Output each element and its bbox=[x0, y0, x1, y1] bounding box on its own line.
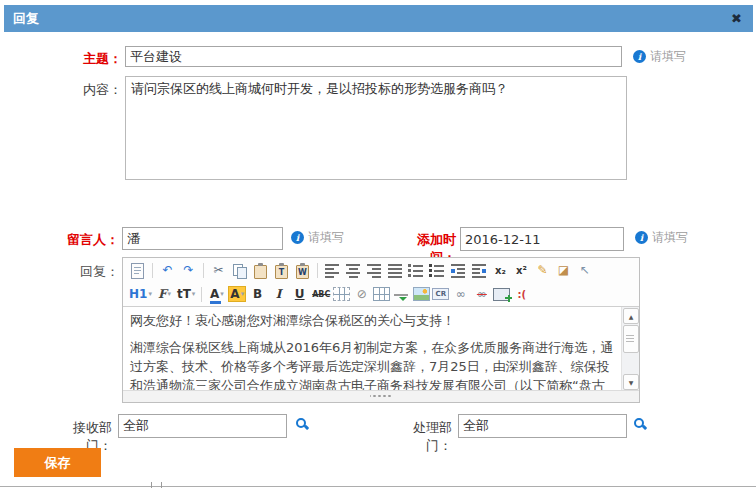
divider-tick bbox=[161, 482, 162, 488]
copy-icon[interactable] bbox=[230, 261, 249, 280]
info-icon: i bbox=[633, 50, 646, 63]
insert-image-icon[interactable] bbox=[413, 287, 430, 301]
unlink-icon[interactable]: ∞ bbox=[472, 285, 491, 304]
italic-icon[interactable]: I bbox=[269, 285, 288, 304]
align-right-icon[interactable] bbox=[365, 261, 384, 280]
editor-resize-handle[interactable] bbox=[370, 393, 392, 399]
search-icon[interactable] bbox=[295, 417, 309, 431]
redo-icon[interactable]: ↷ bbox=[179, 261, 198, 280]
remove-format-icon[interactable]: ◪ bbox=[554, 261, 573, 280]
scroll-down-icon[interactable]: ▼ bbox=[623, 374, 639, 390]
info-icon: i bbox=[291, 231, 304, 244]
toolbar-separator bbox=[152, 263, 153, 278]
paste-from-word-icon[interactable]: W bbox=[293, 261, 312, 280]
content-label: 内容： bbox=[58, 81, 122, 99]
editor-status-bar bbox=[123, 390, 639, 402]
font-color-icon[interactable]: A▾ bbox=[207, 285, 226, 304]
commenter-label: 留言人： bbox=[55, 231, 119, 249]
content-textarea[interactable]: 请问宗保区的线上商城何时开发，是以招投标的形势选服务商吗？ bbox=[125, 76, 627, 180]
insert-media-icon[interactable] bbox=[493, 288, 510, 301]
undo-icon[interactable]: ↶ bbox=[158, 261, 177, 280]
editor-scrollbar[interactable]: ▲ ▼ bbox=[621, 307, 639, 391]
indent-icon[interactable] bbox=[449, 261, 468, 280]
hint-text: 请填写 bbox=[652, 229, 688, 246]
subject-input[interactable] bbox=[125, 46, 622, 67]
dialog-titlebar: 回复 ✖ bbox=[4, 5, 753, 32]
subject-required-hint: i 请填写 bbox=[633, 48, 686, 65]
horizontal-rule-icon[interactable] bbox=[392, 285, 411, 304]
commenter-required-hint: i 请填写 bbox=[291, 229, 344, 246]
page-break-icon[interactable]: :( bbox=[512, 285, 531, 304]
search-icon[interactable] bbox=[633, 417, 647, 431]
toolbar-separator bbox=[201, 287, 202, 302]
editor-toolbar-row-2: H1▾F▾tT▾A▾A▾BIUABC⊘CR∞∞:( bbox=[123, 282, 639, 306]
align-justify-icon[interactable] bbox=[386, 261, 405, 280]
select-all-icon[interactable]: ↖ bbox=[575, 261, 594, 280]
save-button[interactable]: 保存 bbox=[14, 448, 101, 477]
superscript-icon[interactable]: x² bbox=[512, 261, 531, 280]
toolbar-separator bbox=[203, 263, 204, 278]
close-icon[interactable]: ✖ bbox=[731, 5, 742, 32]
handle-dept-label: 处理部门： bbox=[388, 419, 452, 455]
insert-link-icon[interactable]: ∞ bbox=[451, 285, 470, 304]
page-bottom-divider bbox=[0, 486, 756, 487]
reply-dialog: 回复 ✖ 主题： i 请填写 内容： 请问宗保区的线上商城何时开发，是以招投标的… bbox=[0, 0, 756, 490]
paste-as-text-icon[interactable]: T bbox=[272, 261, 291, 280]
insert-table-icon[interactable] bbox=[333, 287, 350, 301]
add-time-input[interactable] bbox=[460, 227, 624, 251]
eraser-icon[interactable]: ⊘ bbox=[352, 285, 371, 304]
scrollbar-thumb[interactable] bbox=[623, 325, 639, 353]
insert-flash-icon[interactable]: CR bbox=[432, 288, 449, 300]
bold-icon[interactable]: B bbox=[248, 285, 267, 304]
subscript-icon[interactable]: x₂ bbox=[491, 261, 510, 280]
add-time-required-hint: i 请填写 bbox=[635, 229, 688, 246]
subject-label: 主题： bbox=[58, 50, 122, 68]
toolbar-separator bbox=[317, 263, 318, 278]
cut-icon[interactable]: ✂ bbox=[209, 261, 228, 280]
dialog-title: 回复 bbox=[13, 5, 39, 32]
editor-body[interactable]: 网友您好！衷心感谢您对湘潭综合保税区的关心与支持！湘潭综合保税区线上商城从201… bbox=[123, 307, 622, 391]
align-center-icon[interactable] bbox=[344, 261, 363, 280]
hint-text: 请填写 bbox=[650, 48, 686, 65]
format-painter-icon[interactable]: ✎ bbox=[533, 261, 552, 280]
strikethrough-icon[interactable]: ABC bbox=[311, 285, 331, 304]
html-source-icon[interactable] bbox=[128, 261, 147, 280]
editor-content-area: 网友您好！衷心感谢您对湘潭综合保税区的关心与支持！湘潭综合保税区线上商城从201… bbox=[123, 306, 639, 391]
insert-unordered-list-icon[interactable] bbox=[428, 261, 447, 280]
editor-toolbar-row-1: ↶↷✂TWx₂x²✎◪↖ bbox=[123, 258, 639, 282]
outdent-icon[interactable] bbox=[470, 261, 489, 280]
font-family-icon[interactable]: F▾ bbox=[155, 285, 174, 304]
table-properties-icon[interactable] bbox=[373, 287, 390, 301]
handle-dept-input[interactable] bbox=[458, 414, 627, 438]
receive-dept-input[interactable] bbox=[118, 414, 287, 438]
hint-text: 请填写 bbox=[308, 229, 344, 246]
paste-icon[interactable] bbox=[251, 261, 270, 280]
editor-paragraph: 网友您好！衷心感谢您对湘潭综合保税区的关心与支持！ bbox=[130, 311, 615, 330]
commenter-input[interactable] bbox=[122, 227, 283, 250]
reply-label: 回复： bbox=[55, 263, 119, 281]
info-icon: i bbox=[635, 231, 648, 244]
editor-paragraph: 湘潭综合保税区线上商城从2016年6月初制定方案，在众多优质服务商进行海选，通过… bbox=[130, 338, 615, 391]
highlight-color-icon[interactable]: A▾ bbox=[228, 286, 246, 302]
divider-tick bbox=[151, 482, 152, 488]
align-left-icon[interactable] bbox=[323, 261, 342, 280]
font-size-icon[interactable]: tT▾ bbox=[176, 285, 196, 304]
underline-icon[interactable]: U bbox=[290, 285, 309, 304]
heading-icon[interactable]: H1▾ bbox=[128, 285, 153, 304]
rich-text-editor: ↶↷✂TWx₂x²✎◪↖ H1▾F▾tT▾A▾A▾BIUABC⊘CR∞∞:( 网… bbox=[122, 257, 640, 403]
scroll-up-icon[interactable]: ▲ bbox=[623, 308, 639, 324]
insert-ordered-list-icon[interactable] bbox=[407, 261, 426, 280]
